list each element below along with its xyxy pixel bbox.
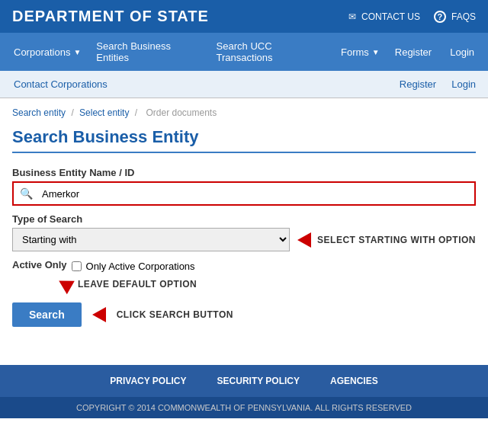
checkbox-annotation-text: LEAVE DEFAULT OPTION bbox=[78, 279, 197, 290]
breadcrumb-separator-2: / bbox=[135, 107, 137, 118]
red-arrow-select bbox=[297, 232, 311, 248]
contact-us-link[interactable]: CONTACT US bbox=[348, 11, 420, 22]
only-active-corporations-label: Only Active Corporations bbox=[86, 261, 195, 272]
header-links: CONTACT US ? FAQS bbox=[348, 11, 476, 23]
active-only-checkbox[interactable] bbox=[72, 261, 82, 271]
red-arrow-search bbox=[92, 307, 106, 322]
type-of-search-select[interactable]: Starting with Exact match Contains bbox=[12, 228, 290, 251]
caret-icon-forms: ▼ bbox=[372, 48, 380, 56]
main-content: Search Business Entity Business Entity N… bbox=[0, 121, 488, 342]
search-button[interactable]: Search bbox=[12, 302, 82, 327]
site-header: DEPARTMENT OF STATE CONTACT US ? FAQS bbox=[0, 0, 488, 33]
red-arrow-checkbox bbox=[55, 274, 75, 294]
page-title: Search Business Entity bbox=[12, 127, 476, 153]
select-annotation-text: SELECT STARTING WITH OPTION bbox=[317, 235, 476, 245]
nav-corporations[interactable]: Corporations ▼ bbox=[6, 39, 88, 66]
faqs-link[interactable]: ? FAQS bbox=[434, 11, 476, 23]
checkbox-annotation-row: LEAVE DEFAULT OPTION bbox=[12, 277, 476, 292]
nav-search-ucc[interactable]: Search UCC Transactions bbox=[209, 33, 333, 71]
type-of-search-row: Starting with Exact match Contains SELEC… bbox=[12, 228, 476, 251]
top-nav: Corporations ▼ Search Business Entities … bbox=[0, 33, 488, 71]
bottom-nav: Contact Corporations Register Login bbox=[0, 71, 488, 98]
search-annotation-text: CLICK SEARCH BUTTON bbox=[117, 309, 233, 320]
nav-register[interactable]: Register bbox=[387, 39, 439, 66]
active-only-label: Active Only bbox=[12, 259, 67, 270]
site-title: DEPARTMENT OF STATE bbox=[12, 8, 209, 25]
nav-search-business-entities[interactable]: Search Business Entities bbox=[88, 33, 208, 71]
footer-copyright: COPYRIGHT © 2014 COMMONWEALTH OF PENNSYL… bbox=[0, 397, 488, 418]
nav-contact-corporations[interactable]: Contact Corporations bbox=[6, 71, 115, 98]
envelope-icon bbox=[348, 11, 358, 22]
search-button-row: Search CLICK SEARCH BUTTON bbox=[12, 302, 476, 327]
breadcrumb-select-entity[interactable]: Select entity bbox=[79, 107, 129, 118]
nav-forms[interactable]: Forms ▼ bbox=[333, 39, 387, 66]
business-entity-label: Business Entity Name / ID bbox=[12, 167, 476, 178]
nav-login[interactable]: Login bbox=[442, 39, 482, 66]
breadcrumb: Search entity / Select entity / Order do… bbox=[0, 98, 488, 121]
entity-search-input[interactable] bbox=[39, 184, 474, 204]
search-icon: 🔍 bbox=[14, 183, 39, 204]
nav-right: Register Login bbox=[387, 39, 482, 66]
select-annotation: SELECT STARTING WITH OPTION bbox=[297, 232, 476, 248]
nav-bottom-right: Register Login bbox=[393, 71, 482, 98]
footer-privacy[interactable]: PRIVACY POLICY bbox=[110, 376, 186, 386]
entity-search-input-wrapper: 🔍 bbox=[12, 181, 476, 206]
question-icon: ? bbox=[434, 11, 446, 23]
footer-agencies[interactable]: AGENCIES bbox=[330, 376, 378, 386]
nav-login-bottom[interactable]: Login bbox=[445, 71, 482, 98]
caret-icon: ▼ bbox=[73, 48, 81, 56]
breadcrumb-search-entity[interactable]: Search entity bbox=[12, 107, 66, 118]
breadcrumb-separator-1: / bbox=[71, 107, 73, 118]
footer-security[interactable]: SECURITY POLICY bbox=[217, 376, 300, 386]
type-of-search-label: Type of Search bbox=[12, 213, 476, 225]
breadcrumb-order-documents: Order documents bbox=[146, 107, 217, 118]
nav-register-bottom[interactable]: Register bbox=[393, 71, 442, 98]
footer-links: PRIVACY POLICY SECURITY POLICY AGENCIES bbox=[0, 365, 488, 397]
